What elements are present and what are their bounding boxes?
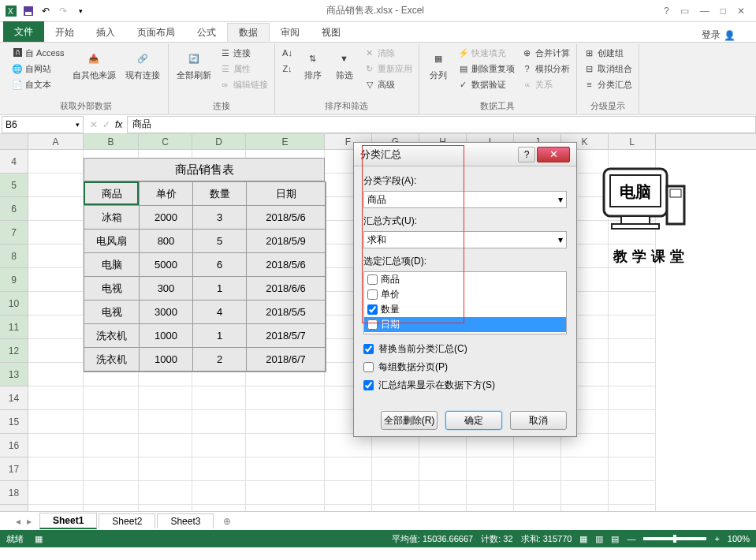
cell[interactable] <box>246 386 325 410</box>
cell[interactable] <box>246 410 325 434</box>
cell[interactable] <box>561 434 609 457</box>
column-header[interactable]: L <box>609 134 656 149</box>
cell[interactable] <box>609 363 656 386</box>
table-cell[interactable]: 5000 <box>140 253 193 277</box>
summary-item[interactable]: 单价 <box>364 287 566 302</box>
table-cell[interactable]: 800 <box>140 230 193 253</box>
cell[interactable] <box>84 505 139 511</box>
table-cell[interactable]: 300 <box>140 277 193 301</box>
cell[interactable] <box>84 386 139 410</box>
table-cell[interactable]: 2018/5/9 <box>247 230 326 253</box>
cell[interactable] <box>609 315 656 339</box>
pagebreak-checkbox[interactable]: 每组数据分页(P) <box>363 360 567 374</box>
tab-review[interactable]: 审阅 <box>270 23 311 42</box>
table-cell[interactable]: 洗衣机 <box>84 324 140 348</box>
cell[interactable] <box>28 434 84 457</box>
consolidate-button[interactable]: ⊕合并计算 <box>520 46 572 60</box>
what-if-button[interactable]: ?模拟分析 <box>520 62 572 76</box>
group-button[interactable]: ⊞创建组 <box>582 46 634 60</box>
view-pagelayout-icon[interactable]: ▥ <box>595 534 603 544</box>
view-pagebreak-icon[interactable]: ▤ <box>611 534 619 544</box>
cell[interactable] <box>139 481 192 505</box>
cell[interactable] <box>192 434 246 457</box>
row-header[interactable]: 13 <box>0 363 28 386</box>
remove-dup-button[interactable]: ▤删除重复项 <box>456 62 516 76</box>
cell[interactable] <box>609 434 656 457</box>
table-cell[interactable]: 2018/5/6 <box>247 253 326 277</box>
minimize-icon[interactable]: — <box>700 6 709 17</box>
sheet-tab[interactable]: Sheet1 <box>39 513 97 529</box>
cell[interactable] <box>372 505 419 511</box>
cell[interactable] <box>467 457 514 481</box>
table-header[interactable]: 单价 <box>140 182 193 206</box>
cell[interactable] <box>609 386 656 410</box>
cell[interactable] <box>139 410 192 434</box>
cell[interactable] <box>372 434 419 457</box>
tab-formulas[interactable]: 公式 <box>186 23 227 42</box>
row-header[interactable]: 10 <box>0 292 28 315</box>
summary-item[interactable]: 数量 <box>364 302 566 317</box>
row-header[interactable]: 6 <box>0 197 28 221</box>
ungroup-button[interactable]: ⊟取消组合 <box>582 62 634 76</box>
cell[interactable] <box>561 505 609 511</box>
cell[interactable] <box>139 434 192 457</box>
cell[interactable] <box>514 457 561 481</box>
cell[interactable] <box>419 457 467 481</box>
cell[interactable] <box>139 505 192 511</box>
cancel-button[interactable]: 取消 <box>510 411 567 430</box>
cell[interactable] <box>514 481 561 505</box>
cell[interactable] <box>325 457 372 481</box>
select-all-corner[interactable] <box>0 134 28 149</box>
name-box[interactable]: B6▾ <box>2 116 84 133</box>
cell[interactable] <box>28 505 84 511</box>
tab-pagelayout[interactable]: 页面布局 <box>126 23 186 42</box>
properties-button[interactable]: ☰属性 <box>218 62 270 76</box>
cell[interactable] <box>192 457 246 481</box>
ribbon-opts-icon[interactable]: ▭ <box>680 6 689 17</box>
subtotal-button[interactable]: ≡分类汇总 <box>582 77 634 91</box>
table-cell[interactable]: 2018/5/7 <box>247 324 326 348</box>
table-cell[interactable]: 2018/5/6 <box>247 206 326 230</box>
existing-conn-button[interactable]: 🔗现有连接 <box>122 46 163 83</box>
sort-button[interactable]: ⇅排序 <box>299 46 327 83</box>
relations-button[interactable]: ∝关系 <box>520 77 572 91</box>
cell[interactable] <box>246 434 325 457</box>
cell[interactable] <box>28 150 84 174</box>
dialog-help-button[interactable]: ? <box>518 147 535 162</box>
qat-dropdown-icon[interactable]: ▾ <box>74 5 87 17</box>
cell[interactable] <box>419 434 467 457</box>
column-header[interactable]: D <box>192 134 246 149</box>
cell[interactable] <box>28 410 84 434</box>
edit-links-button[interactable]: ∞编辑链接 <box>218 77 270 91</box>
tab-insert[interactable]: 插入 <box>85 23 126 42</box>
row-header[interactable]: 14 <box>0 386 28 410</box>
filter-button[interactable]: ▼筛选 <box>330 46 359 83</box>
refresh-all-button[interactable]: 🔄全部刷新 <box>173 46 214 83</box>
cell[interactable] <box>28 221 84 245</box>
row-header[interactable]: 8 <box>0 245 28 268</box>
table-cell[interactable]: 1000 <box>140 348 193 371</box>
cell[interactable] <box>84 481 139 505</box>
column-header[interactable]: C <box>139 134 192 149</box>
table-cell[interactable]: 3 <box>193 206 247 230</box>
table-header[interactable]: 商品 <box>84 182 140 206</box>
table-header[interactable]: 数量 <box>193 182 247 206</box>
row-header[interactable]: 11 <box>0 315 28 339</box>
cell[interactable] <box>192 505 246 511</box>
text-to-col-button[interactable]: ▦分列 <box>424 46 452 83</box>
replace-checkbox[interactable]: 替换当前分类汇总(C) <box>363 342 567 356</box>
formula-bar[interactable]: 商品 <box>127 116 756 133</box>
cell[interactable] <box>609 339 656 363</box>
clear-filter-button[interactable]: ✕清除 <box>362 46 414 60</box>
cell[interactable] <box>419 481 467 505</box>
cell[interactable] <box>514 434 561 457</box>
table-cell[interactable]: 6 <box>193 253 247 277</box>
cell[interactable] <box>609 505 656 511</box>
cell[interactable] <box>28 292 84 315</box>
zoom-in-button[interactable]: + <box>714 534 719 543</box>
cell[interactable] <box>192 481 246 505</box>
row-header[interactable]: 12 <box>0 339 28 363</box>
cell[interactable] <box>419 505 467 511</box>
table-cell[interactable]: 电风扇 <box>84 230 140 253</box>
from-web-button[interactable]: 🌐自网站 <box>9 62 66 76</box>
